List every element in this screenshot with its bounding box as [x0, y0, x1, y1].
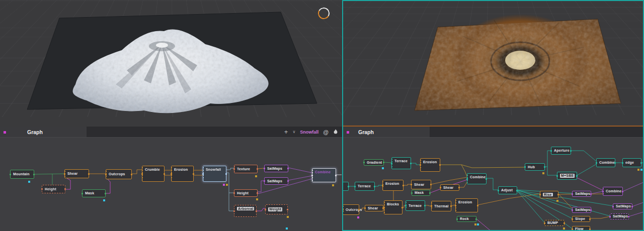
graph-node-slope[interactable]: Slope	[572, 216, 590, 222]
graph-node-height[interactable]: Height	[42, 185, 65, 193]
graph-node-satmaps[interactable]: SatMaps	[572, 191, 591, 197]
graph-node-satmaps[interactable]: SatMaps	[613, 203, 632, 209]
node-port-out[interactable]	[475, 218, 477, 220]
node-port-in[interactable]	[572, 228, 573, 230]
graph-node-mountain[interactable]: Mountain	[10, 170, 34, 179]
graph-node-terrace[interactable]: Terrace	[406, 200, 425, 211]
graph-node-rock[interactable]: Rock	[457, 216, 476, 222]
node-port-out[interactable]	[131, 174, 132, 175]
node-port-in[interactable]	[383, 207, 385, 208]
node-port-out[interactable]	[564, 222, 565, 224]
node-port-in[interactable]	[420, 164, 421, 166]
node-port-out[interactable]	[287, 209, 288, 210]
node-port-in[interactable]	[466, 178, 468, 180]
graph-node-satmaps[interactable]: SatMaps	[610, 213, 629, 219]
node-port-out[interactable]	[589, 218, 591, 220]
node-port-in[interactable]	[524, 166, 526, 168]
node-port-out[interactable]	[429, 192, 431, 194]
viewport-3d-right[interactable]	[343, 1, 643, 126]
node-port-in[interactable]	[141, 173, 143, 175]
node-port-in[interactable]	[596, 162, 597, 164]
node-port-in[interactable]	[171, 173, 172, 175]
node-port-in[interactable]	[405, 205, 407, 206]
node-port-out[interactable]	[589, 228, 591, 230]
graph-node-shear[interactable]: Shear	[411, 180, 431, 189]
node-port-out[interactable]	[348, 186, 349, 187]
node-port-in[interactable]	[455, 205, 456, 206]
node-port-out[interactable]	[458, 187, 460, 188]
node-port-out[interactable]	[358, 209, 360, 210]
graph-node-adjust[interactable]: Adjust	[498, 186, 517, 194]
node-port-in[interactable]	[354, 186, 356, 187]
node-port-out[interactable]	[477, 205, 478, 206]
node-port-in[interactable]	[602, 191, 604, 192]
node-port-out[interactable]	[33, 174, 35, 175]
node-port-out[interactable]	[225, 173, 227, 175]
graph-node-weight[interactable]: Weight	[265, 204, 288, 214]
node-port-out[interactable]	[88, 173, 90, 175]
node-port-out[interactable]	[401, 207, 403, 208]
breadcrumb-selected-node[interactable]: Snowfall	[300, 130, 318, 135]
node-port-in[interactable]	[10, 174, 11, 175]
chevron-down-icon[interactable]: ∨	[292, 130, 295, 134]
node-port-in[interactable]	[612, 206, 614, 207]
flame-icon[interactable]	[333, 129, 338, 135]
graph-node-satmaps[interactable]: SatMaps	[264, 165, 288, 172]
node-port-out[interactable]	[105, 193, 106, 194]
graph-node-combine[interactable]: Combine	[603, 187, 623, 196]
graph-node-height[interactable]: Height	[234, 189, 258, 197]
graph-node-rise[interactable]: Rise	[540, 191, 558, 198]
tab-graph-left[interactable]: Graph	[0, 127, 87, 137]
node-port-in[interactable]	[498, 190, 499, 191]
graph-node-combine[interactable]: Combine	[467, 173, 487, 184]
node-port-in[interactable]	[105, 174, 107, 175]
node-port-in[interactable]	[550, 150, 552, 152]
graph-node-bump[interactable]: BUMP	[544, 220, 565, 226]
node-port-out[interactable]	[570, 150, 572, 152]
node-port-out[interactable]	[287, 180, 289, 182]
node-port-out[interactable]	[430, 184, 432, 185]
graph-node-flow[interactable]: Flow	[572, 226, 590, 230]
graph-node-erosion[interactable]: Erosion	[455, 198, 478, 212]
node-port-in[interactable]	[343, 209, 344, 210]
node-port-in[interactable]	[572, 193, 573, 195]
node-port-in[interactable]	[41, 188, 43, 190]
node-port-out[interactable]	[193, 173, 194, 175]
node-port-out[interactable]	[383, 162, 384, 163]
graph-node-erosion[interactable]: Erosion	[171, 166, 194, 182]
node-port-out[interactable]	[614, 162, 616, 164]
node-graph-canvas-right[interactable]: GradientTerraceErosionTerraceErosionShea…	[343, 138, 643, 230]
node-port-in[interactable]	[311, 175, 313, 176]
node-port-out[interactable]	[410, 163, 412, 164]
graph-node-thermal[interactable]: Thermal	[431, 201, 451, 211]
node-port-out[interactable]	[439, 164, 441, 166]
graph-node-combine[interactable]: Combine	[312, 168, 336, 182]
graph-node-outcrops[interactable]: Outcrops	[343, 204, 359, 215]
node-port-out[interactable]	[640, 162, 642, 164]
graph-node-satmaps[interactable]: SatMaps	[572, 207, 591, 213]
node-port-out[interactable]	[628, 216, 629, 217]
node-port-out[interactable]	[424, 205, 426, 206]
at-mention-icon[interactable]: @	[323, 129, 329, 135]
node-port-in[interactable]	[539, 194, 541, 195]
node-port-out[interactable]	[450, 205, 452, 207]
node-port-out[interactable]	[164, 173, 165, 175]
node-port-out[interactable]	[257, 192, 258, 194]
graph-node-satmaps[interactable]: SatMaps	[264, 177, 288, 185]
node-port-out[interactable]	[403, 185, 404, 186]
graph-node-terrace[interactable]: Terrace	[391, 157, 411, 169]
graph-node-mask[interactable]: Mask	[412, 190, 430, 196]
node-port-out[interactable]	[590, 193, 592, 195]
node-port-in[interactable]	[64, 173, 65, 175]
node-port-out[interactable]	[256, 210, 257, 212]
graph-node-outcrops[interactable]: Outcrops	[106, 169, 132, 179]
node-port-in[interactable]	[456, 218, 458, 220]
tab-graph-right[interactable]: Graph	[343, 127, 430, 137]
node-port-in[interactable]	[233, 210, 235, 212]
graph-node-edge[interactable]: edge	[622, 158, 641, 167]
node-port-out[interactable]	[287, 168, 289, 169]
node-port-out[interactable]	[631, 206, 633, 207]
graph-node-shear[interactable]: Shear	[440, 184, 459, 191]
node-port-in[interactable]	[82, 193, 83, 194]
node-port-out[interactable]	[557, 194, 559, 195]
